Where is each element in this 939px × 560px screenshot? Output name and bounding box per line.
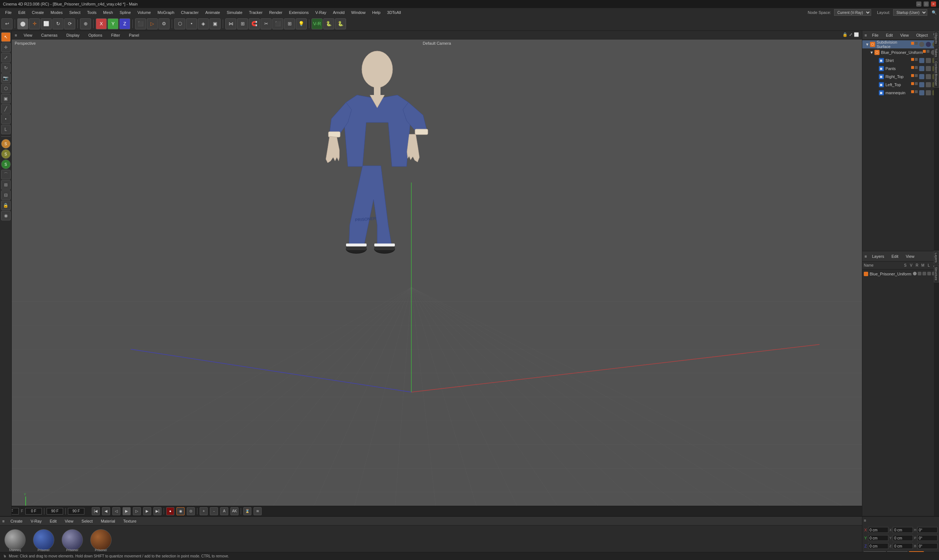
vertex-button[interactable]: •	[1, 114, 11, 124]
grid-button[interactable]: ⊞	[284, 18, 295, 29]
menu-help[interactable]: Help	[369, 9, 384, 15]
next-key-button[interactable]: ▷	[133, 507, 141, 515]
mat-tab-vray[interactable]: V-Ray	[28, 518, 44, 524]
side-tab-content[interactable]: Content Browser	[934, 59, 939, 88]
s-icon-button1[interactable]: S	[1, 139, 11, 149]
viewport-tab-options[interactable]: Options	[86, 32, 105, 38]
go-end-button[interactable]: ▶|	[153, 507, 162, 515]
record-button[interactable]: ●	[166, 507, 174, 515]
vray-button[interactable]: V-R	[311, 18, 322, 29]
camera-tool-button[interactable]: 📷	[1, 73, 11, 83]
coord-p-val[interactable]	[917, 535, 937, 541]
material-item-prisoner3[interactable]: Prisoner	[87, 527, 114, 553]
material-item-mannequin[interactable]: Manneq	[2, 527, 29, 553]
viewport-expand-icon[interactable]: ⤢	[849, 32, 853, 37]
coord-x-pos[interactable]	[868, 527, 888, 533]
menu-simulate[interactable]: Simulate	[224, 9, 245, 15]
end-frame-input2[interactable]	[68, 508, 85, 514]
mat-tab-view[interactable]: View	[62, 518, 76, 524]
viewport-tab-display[interactable]: Display	[64, 32, 82, 38]
mat-tab-select[interactable]: Select	[79, 518, 95, 524]
layers-title[interactable]: Layers	[870, 254, 886, 259]
layer-row-uniform[interactable]: Blue_Prisoner_Uniform ▶	[862, 269, 939, 278]
coord-y-rot[interactable]	[893, 535, 913, 541]
menu-mesh[interactable]: Mesh	[100, 9, 116, 15]
side-tab-takes[interactable]: Takes	[934, 46, 939, 59]
mat-tab-edit[interactable]: Edit	[47, 518, 59, 524]
coord-menu-icon[interactable]: ≡	[864, 518, 866, 525]
obj-row-shirt[interactable]: ▼ ▣ Shirt	[862, 57, 939, 65]
layout-select[interactable]: Startup (User)	[893, 9, 927, 16]
coord-z-pos[interactable]	[868, 543, 888, 549]
material-item-prisoner1[interactable]: Prisoner	[30, 527, 57, 553]
coord-h-val[interactable]	[917, 527, 937, 533]
snap-button[interactable]: 🧲	[249, 18, 260, 29]
poly-mode-button[interactable]: ▣	[210, 18, 220, 29]
mat-menu-icon[interactable]: ≡	[2, 519, 5, 523]
side-tab-structure[interactable]: Structure	[934, 265, 939, 282]
sphere-button[interactable]: ◉	[1, 211, 11, 220]
viewport-tab-cameras[interactable]: Cameras	[39, 32, 60, 38]
obj-row-right-top[interactable]: ▼ ▣ Right_Top	[862, 72, 939, 81]
bend-tool-button[interactable]: ⌒	[1, 170, 11, 179]
edge-button[interactable]: ╱	[1, 104, 11, 114]
add-button[interactable]: ⊕	[80, 18, 91, 29]
undo-button[interactable]: ↩	[2, 18, 12, 29]
checker-button[interactable]: ⬛	[272, 18, 283, 29]
node-space-select[interactable]: Current (V-Ray)	[834, 9, 871, 16]
live-select-button[interactable]: ⬤	[17, 18, 28, 29]
motion-button[interactable]: ⊙	[187, 507, 195, 515]
obj-row-mannequin[interactable]: ▼ ▣ mannequin	[862, 89, 939, 97]
menu-render[interactable]: Render	[266, 9, 285, 15]
menu-edit[interactable]: Edit	[15, 9, 28, 15]
texture-axis-button[interactable]: ⋈	[225, 18, 236, 29]
go-start-button[interactable]: |◀	[92, 507, 100, 515]
light-button[interactable]: 💡	[296, 18, 307, 29]
menu-select[interactable]: Select	[66, 9, 84, 15]
menu-animate[interactable]: Animate	[202, 9, 223, 15]
menu-arnold[interactable]: Arnold	[330, 9, 347, 15]
coord-y-pos[interactable]	[868, 535, 888, 541]
maximize-button[interactable]: □	[924, 2, 929, 6]
scale-tool-button[interactable]: ⤢	[1, 53, 11, 62]
auto-key-button[interactable]: A	[220, 507, 228, 515]
obj-tab-file[interactable]: File	[870, 32, 880, 38]
play-button[interactable]: ▶	[123, 507, 131, 515]
keyframe-button[interactable]: +	[200, 507, 208, 515]
coord-b-val[interactable]	[917, 543, 937, 549]
side-tab-objects[interactable]: Objects	[934, 31, 939, 46]
obj-row-pants[interactable]: ▼ ▣ Pants	[862, 65, 939, 72]
mat-tab-texture[interactable]: Texture	[121, 518, 139, 524]
menu-character[interactable]: Character	[178, 9, 202, 15]
menu-mograph[interactable]: MoGraph	[154, 9, 177, 15]
layers-tab-view[interactable]: View	[904, 254, 917, 259]
tool-l-button[interactable]: L	[1, 125, 11, 134]
end-frame-input[interactable]	[46, 508, 63, 514]
menu-spline[interactable]: Spline	[117, 9, 134, 15]
s-icon-button2[interactable]: S	[1, 149, 11, 159]
menu-file[interactable]: File	[2, 9, 15, 15]
python-button[interactable]: 🐍	[323, 18, 334, 29]
knife-button[interactable]: ✂	[261, 18, 271, 29]
menu-vray[interactable]: V-Ray	[312, 9, 329, 15]
viewport-tab-panel[interactable]: Panel	[126, 32, 141, 38]
minimize-button[interactable]: ─	[916, 2, 921, 6]
viewport-lock-icon[interactable]: 🔒	[842, 32, 848, 37]
point-mode-button[interactable]: •	[186, 18, 197, 29]
layers-tab-edit[interactable]: Edit	[889, 254, 900, 259]
menu-window[interactable]: Window	[348, 9, 369, 15]
s-icon-button3[interactable]: S	[1, 160, 11, 169]
menu-modes[interactable]: Modes	[48, 9, 66, 15]
python2-button[interactable]: 🐍	[335, 18, 346, 29]
object-mode-button[interactable]: ⬡	[174, 18, 185, 29]
next-frame-button[interactable]: ▶	[143, 507, 151, 515]
viewport-menu-icon[interactable]: ≡	[15, 33, 17, 37]
move-button[interactable]: ✛	[29, 18, 40, 29]
polygon-button[interactable]: ▣	[1, 94, 11, 103]
search-icon[interactable]: 🔍	[932, 10, 937, 15]
timeline-btn[interactable]: ⌛	[243, 507, 251, 515]
obj-menu-icon[interactable]: ≡	[865, 33, 867, 37]
obj-tab-view[interactable]: View	[898, 32, 911, 38]
render-button[interactable]: ▷	[147, 18, 158, 29]
grid-tool-button[interactable]: ⊞	[1, 180, 11, 189]
